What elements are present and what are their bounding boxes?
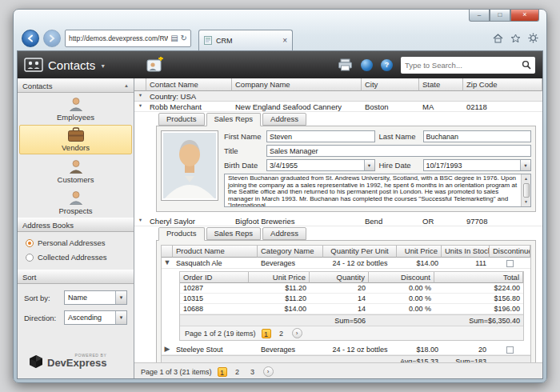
- scrollbar-thumb[interactable]: [523, 183, 530, 198]
- cell-discount: 0.00 %: [369, 304, 434, 314]
- sidebar-item-employees[interactable]: Employees: [19, 94, 132, 123]
- column-header-product-name[interactable]: Product Name: [173, 246, 258, 258]
- refresh-icon[interactable]: ↻: [181, 34, 187, 42]
- next-page-icon[interactable]: ›: [263, 366, 274, 377]
- hire-date-field[interactable]: [424, 162, 521, 170]
- url-text[interactable]: http://demos.devexpress.com/RWA/Webn: [69, 34, 168, 42]
- column-header-quantity[interactable]: Quantity: [310, 272, 369, 283]
- row-expander-icon[interactable]: ▼: [162, 258, 173, 268]
- collapse-triangle-icon[interactable]: ▼: [134, 91, 146, 101]
- tab-address[interactable]: Address: [262, 113, 306, 126]
- window-close-button[interactable]: ×: [510, 10, 539, 22]
- search-input[interactable]: [405, 61, 522, 70]
- favorites-star-icon[interactable]: [510, 34, 521, 43]
- column-header-state[interactable]: State: [419, 78, 463, 91]
- window-titlebar[interactable]: – □ ×: [14, 10, 546, 26]
- page-button-1[interactable]: 1: [262, 329, 271, 338]
- radio-selected-icon[interactable]: [26, 239, 34, 247]
- last-name-field[interactable]: [424, 133, 531, 141]
- table-row-order[interactable]: 10287 $11.20 20 0.00 % $224.00: [180, 283, 523, 294]
- row-expander-icon[interactable]: ▼: [134, 102, 146, 111]
- navbar-tools: [493, 33, 538, 43]
- address-bar[interactable]: http://demos.devexpress.com/RWA/Webn ▤ ↻: [65, 30, 191, 47]
- table-row-cheryl-saylor[interactable]: ▼ Cheryl Saylor Bigfoot Breweries Bend O…: [134, 216, 542, 226]
- employees-icon: [68, 96, 84, 112]
- collapse-up-icon[interactable]: ▲: [124, 83, 129, 88]
- column-header-zip-code[interactable]: Zip Code: [463, 78, 542, 91]
- column-header-order-id[interactable]: Order ID: [180, 272, 249, 283]
- row-expander-icon[interactable]: ▼: [134, 216, 146, 226]
- date-dropdown-icon[interactable]: ▼: [520, 160, 530, 170]
- table-row-sasquatch-ale[interactable]: ▼ Sasquatch Ale Beverages 24 - 12 oz bot…: [162, 258, 530, 269]
- personal-addresses-option[interactable]: Personal Addresses: [26, 238, 126, 247]
- next-page-icon[interactable]: ›: [292, 328, 302, 338]
- sidebar-item-prospects[interactable]: Prospects: [19, 187, 132, 217]
- radio-unselected-icon[interactable]: [26, 254, 34, 262]
- column-header-unit-price[interactable]: Unit Price: [397, 246, 442, 258]
- sidebar-item-customers[interactable]: Customers: [19, 156, 132, 186]
- column-header-category-name[interactable]: Category Name: [258, 246, 323, 258]
- tab-close-icon[interactable]: ×: [282, 37, 287, 45]
- table-row-order[interactable]: 10688 $14.00 14 0.00 % $196.00: [180, 304, 523, 314]
- new-contact-button[interactable]: [144, 54, 166, 75]
- notes-scrollbar[interactable]: ▲ ▼: [521, 174, 530, 206]
- tab-products[interactable]: Products: [158, 113, 205, 126]
- birth-date-field[interactable]: [267, 162, 364, 170]
- column-header-discontinued[interactable]: Discontinued: [490, 246, 530, 258]
- table-row-robb-merchant[interactable]: ▼ Robb Merchant New England Seafood Cann…: [134, 102, 542, 112]
- table-row-order[interactable]: 10315 $11.20 14 0.00 % $156.80: [180, 294, 523, 304]
- sidebar-panel-sort-header[interactable]: Sort: [18, 270, 134, 284]
- gear-icon[interactable]: [528, 33, 538, 43]
- cell-total: $224.00: [434, 283, 523, 293]
- home-icon[interactable]: [493, 34, 503, 43]
- search-icon[interactable]: [522, 60, 531, 70]
- window-minimize-button[interactable]: –: [469, 10, 490, 22]
- column-header-units-in-stock[interactable]: Units In Stock: [442, 246, 490, 258]
- page-button-1[interactable]: 1: [218, 367, 227, 377]
- column-header-quantity-per-unit[interactable]: Quantity Per Unit: [323, 246, 397, 258]
- direction-select[interactable]: Ascending ▼: [64, 310, 127, 325]
- column-header-city[interactable]: City: [362, 78, 419, 91]
- page-button-2[interactable]: 2: [277, 329, 286, 338]
- forward-button[interactable]: [43, 30, 61, 47]
- sort-by-select[interactable]: Name ▼: [64, 290, 127, 305]
- group-row-country-usa[interactable]: ▼ Country: USA: [134, 91, 542, 102]
- sidebar-panel-contacts-header[interactable]: Contacts ▲: [18, 78, 134, 93]
- sidebar-item-vendors[interactable]: Vendors: [19, 125, 132, 154]
- column-header-discount[interactable]: Discount: [369, 272, 434, 283]
- window-maximize-button[interactable]: □: [490, 10, 510, 22]
- discontinued-checkbox[interactable]: [506, 260, 514, 267]
- cell-unit-price: $11.20: [249, 294, 310, 303]
- page-icon[interactable]: ▤: [170, 34, 178, 42]
- tab-sales-reps[interactable]: Sales Reps: [206, 113, 262, 126]
- column-header-unit-price[interactable]: Unit Price: [249, 272, 310, 283]
- dropdown-caret-icon[interactable]: ▼: [115, 311, 126, 324]
- dropdown-caret-icon[interactable]: ▼: [115, 291, 126, 304]
- info-button[interactable]: [361, 59, 373, 71]
- first-name-field[interactable]: [267, 133, 374, 141]
- collected-addresses-option[interactable]: Collected Addresses: [26, 253, 126, 262]
- scroll-down-icon[interactable]: ▼: [524, 198, 528, 206]
- tab-products[interactable]: Products: [158, 227, 205, 241]
- tab-sales-reps[interactable]: Sales Reps: [206, 227, 262, 240]
- page-button-3[interactable]: 3: [248, 367, 258, 377]
- back-button[interactable]: [22, 30, 39, 47]
- scroll-up-icon[interactable]: ▲: [524, 175, 528, 182]
- discontinued-checkbox[interactable]: [506, 346, 514, 354]
- column-header-contact-name[interactable]: Contact Name: [146, 78, 232, 91]
- title-field[interactable]: [267, 147, 530, 155]
- help-button[interactable]: ?: [381, 59, 393, 71]
- contacts-title-menu[interactable]: Contacts ▼: [18, 58, 138, 72]
- sidebar-panel-address-books-header[interactable]: Address Books: [18, 218, 134, 232]
- browser-navbar: http://demos.devexpress.com/RWA/Webn ▤ ↻…: [14, 26, 546, 50]
- notes-textarea[interactable]: Steven Buchanan graduated from St. Andre…: [224, 174, 531, 207]
- column-header-total[interactable]: Total: [434, 272, 523, 283]
- column-header-company-name[interactable]: Company Name: [232, 78, 362, 91]
- page-button-2[interactable]: 2: [233, 367, 242, 377]
- table-row-steeleye-stout[interactable]: ▶ Steeleye Stout Beverages 24 - 12 oz bo…: [162, 344, 530, 355]
- browser-tab-crm[interactable]: CRM ×: [198, 30, 293, 50]
- tab-address[interactable]: Address: [262, 227, 306, 240]
- row-expander-icon[interactable]: ▶: [162, 344, 173, 354]
- print-button[interactable]: [338, 58, 353, 71]
- date-dropdown-icon[interactable]: ▼: [364, 160, 374, 170]
